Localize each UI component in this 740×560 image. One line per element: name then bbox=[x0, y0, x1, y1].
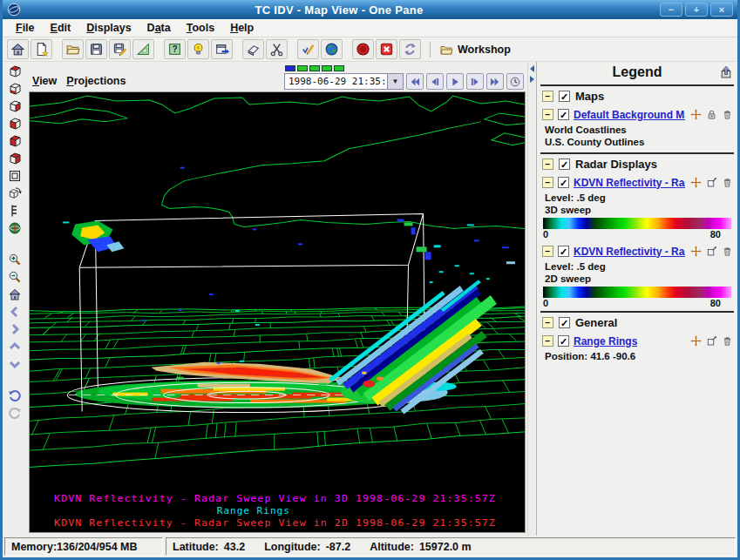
eraser-icon[interactable] bbox=[242, 39, 264, 59]
move-display-icon[interactable] bbox=[689, 246, 702, 258]
view-west-icon[interactable] bbox=[4, 150, 25, 167]
menu-help[interactable]: Help bbox=[222, 20, 261, 36]
rotate-view-icon[interactable] bbox=[4, 185, 25, 202]
animation-step[interactable] bbox=[334, 65, 344, 71]
view-east-icon[interactable] bbox=[4, 115, 25, 132]
menu-tools[interactable]: Tools bbox=[179, 20, 222, 36]
move-display-icon[interactable] bbox=[689, 109, 702, 121]
menu-data[interactable]: Data bbox=[139, 20, 179, 36]
collapse-left-icon[interactable] bbox=[530, 65, 534, 72]
collapse-display-button[interactable]: − bbox=[542, 246, 553, 257]
open-bundle-icon[interactable] bbox=[62, 39, 84, 59]
view-bottom-icon[interactable] bbox=[4, 80, 25, 98]
collapse-section-button[interactable]: − bbox=[542, 91, 553, 102]
animation-step[interactable] bbox=[285, 65, 295, 71]
edit-pen-icon[interactable] bbox=[297, 39, 319, 59]
globe-projection-icon[interactable] bbox=[321, 39, 343, 59]
cut-icon[interactable] bbox=[266, 39, 288, 59]
reset-view-icon[interactable] bbox=[4, 286, 25, 303]
animation-properties-icon[interactable] bbox=[506, 73, 524, 90]
pan-down-icon[interactable] bbox=[4, 355, 25, 373]
view-top-icon[interactable] bbox=[4, 63, 25, 80]
globe-view-icon[interactable] bbox=[4, 219, 25, 237]
section-visibility-checkbox[interactable]: ✓ bbox=[559, 317, 570, 328]
parallel-view-icon[interactable] bbox=[4, 167, 25, 185]
zoom-out-icon[interactable] bbox=[4, 268, 25, 286]
display-visibility-checkbox[interactable]: ✓ bbox=[558, 335, 569, 347]
collapse-display-button[interactable]: − bbox=[542, 335, 553, 347]
menu-projections[interactable]: Projections bbox=[64, 73, 133, 91]
collapse-right-icon[interactable] bbox=[530, 76, 534, 83]
display-link[interactable]: Default Background Maps bbox=[574, 109, 685, 121]
collapse-section-button[interactable]: − bbox=[542, 317, 553, 328]
float-display-icon[interactable] bbox=[705, 246, 717, 258]
reflectivity-colorbar[interactable] bbox=[543, 287, 731, 298]
collapse-section-button[interactable]: − bbox=[542, 159, 553, 170]
remove-all-icon[interactable] bbox=[376, 39, 397, 59]
delete-display-icon[interactable] bbox=[721, 109, 733, 121]
animation-step[interactable] bbox=[309, 65, 320, 71]
show-dashboard-icon[interactable] bbox=[7, 39, 29, 59]
menu-file[interactable]: File bbox=[8, 20, 43, 36]
float-display-icon[interactable] bbox=[705, 177, 717, 189]
close-button[interactable]: × bbox=[710, 3, 733, 17]
collapse-display-button[interactable]: − bbox=[542, 177, 553, 188]
time-combo-value[interactable]: 1998-06-29 21:35:57Z bbox=[284, 73, 387, 90]
titlebar[interactable]: TC IDV - Map View - One Pane − + × bbox=[3, 0, 737, 19]
display-visibility-checkbox[interactable]: ✓ bbox=[558, 177, 569, 188]
pan-up-icon[interactable] bbox=[4, 338, 25, 355]
animation-steps[interactable] bbox=[285, 65, 344, 71]
display-link[interactable]: Range Rings bbox=[574, 335, 637, 347]
display-visibility-checkbox[interactable]: ✓ bbox=[558, 246, 569, 257]
collapse-display-button[interactable]: − bbox=[542, 109, 553, 120]
go-to-start-icon[interactable] bbox=[406, 73, 424, 90]
step-forward-icon[interactable] bbox=[466, 73, 484, 90]
move-display-icon[interactable] bbox=[689, 177, 702, 189]
delete-display-icon[interactable] bbox=[721, 246, 733, 258]
menu-displays[interactable]: Displays bbox=[78, 20, 139, 36]
maximize-button[interactable]: + bbox=[685, 3, 708, 17]
redo-view-icon[interactable] bbox=[4, 404, 25, 422]
map-3d-canvas[interactable]: KDVN Reflectivity - Radar Sweep View in … bbox=[29, 91, 526, 533]
save-bundle-icon[interactable] bbox=[85, 39, 107, 59]
float-legend-icon[interactable] bbox=[718, 65, 733, 80]
stop-loads-icon[interactable] bbox=[352, 39, 374, 59]
animation-step[interactable] bbox=[297, 65, 308, 71]
lock-display-icon[interactable] bbox=[705, 109, 717, 121]
split-pane-divider[interactable] bbox=[527, 62, 536, 536]
save-bundle-as-icon[interactable] bbox=[109, 39, 131, 59]
menu-edit[interactable]: Edit bbox=[43, 20, 79, 36]
reload-icon[interactable] bbox=[399, 39, 421, 59]
drawing-tools-icon[interactable] bbox=[132, 39, 154, 59]
animation-widget: 1998-06-29 21:35:57Z ▼ bbox=[284, 65, 524, 91]
step-back-icon[interactable] bbox=[426, 73, 444, 90]
minimize-button[interactable]: − bbox=[660, 3, 682, 17]
tip-of-the-day-icon[interactable] bbox=[187, 39, 209, 59]
go-to-end-icon[interactable] bbox=[486, 73, 504, 90]
section-visibility-checkbox[interactable]: ✓ bbox=[559, 159, 570, 170]
section-visibility-checkbox[interactable]: ✓ bbox=[559, 91, 570, 102]
data-chooser-icon[interactable] bbox=[211, 39, 233, 59]
zoom-in-icon[interactable] bbox=[4, 251, 25, 268]
display-link[interactable]: KDVN Reflectivity - Radar _ bbox=[574, 246, 685, 258]
undo-view-icon[interactable] bbox=[4, 387, 25, 404]
display-link[interactable]: KDVN Reflectivity - Radar _ bbox=[574, 177, 685, 189]
view-south-icon[interactable] bbox=[4, 132, 25, 150]
time-combo-arrow-icon[interactable]: ▼ bbox=[387, 73, 404, 90]
pan-left-icon[interactable] bbox=[4, 303, 25, 320]
display-visibility-checkbox[interactable]: ✓ bbox=[558, 109, 569, 120]
delete-display-icon[interactable] bbox=[721, 177, 733, 189]
new-bundle-icon[interactable] bbox=[31, 39, 52, 59]
pan-right-icon[interactable] bbox=[4, 320, 25, 338]
play-icon[interactable] bbox=[446, 73, 464, 90]
animation-step[interactable] bbox=[322, 65, 332, 71]
field-selector-icon[interactable] bbox=[164, 39, 186, 59]
workshop-bundle-button[interactable]: Workshop bbox=[439, 43, 511, 57]
view-north-icon[interactable] bbox=[4, 98, 25, 115]
reflectivity-colorbar[interactable] bbox=[543, 218, 731, 229]
float-display-icon[interactable] bbox=[705, 335, 717, 347]
move-display-icon[interactable] bbox=[689, 335, 702, 347]
menu-view[interactable]: View bbox=[31, 73, 64, 91]
delete-display-icon[interactable] bbox=[721, 335, 733, 347]
vertical-scale-icon[interactable] bbox=[4, 202, 25, 219]
